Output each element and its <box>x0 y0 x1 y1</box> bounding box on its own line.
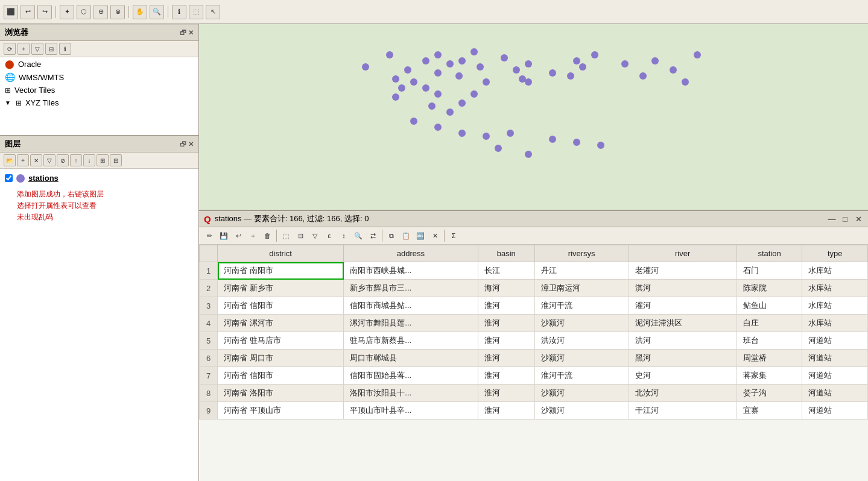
attr-paste-btn[interactable]: 📋 <box>399 229 413 242</box>
cell-station-2[interactable]: 鲇鱼山 <box>737 297 802 315</box>
attr-copy-btn[interactable]: ⧉ <box>385 229 398 242</box>
toolbar-btn-cursor[interactable]: ↖ <box>206 5 220 19</box>
browser-item-xyz-tiles[interactable]: ▼ ⊞ XYZ Tiles <box>0 96 198 109</box>
cell-type-4[interactable]: 河道站 <box>802 332 868 350</box>
browser-add-btn[interactable]: ＋ <box>17 43 30 55</box>
cell-station-6[interactable]: 蒋家集 <box>737 367 802 385</box>
cell-district-3[interactable]: 河南省 漯河市 <box>218 315 344 332</box>
attr-move-selection-btn[interactable]: ↕ <box>337 229 350 242</box>
layers-filter-btn[interactable]: ▽ <box>43 154 55 166</box>
table-row[interactable]: 3河南省 信阳市信阳市商城县鲇...淮河淮河干流灌河鲇鱼山水库站 <box>200 297 868 315</box>
browser-item-wms[interactable]: 🌐 WMS/WMTS <box>0 71 198 84</box>
layers-icon-close[interactable]: ✕ <box>188 140 194 148</box>
browser-item-oracle[interactable]: ⬤ Oracle <box>0 57 198 71</box>
attr-zoom-selected-btn[interactable]: 🔍 <box>352 229 365 242</box>
cell-station-7[interactable]: 娄子沟 <box>737 385 802 402</box>
attr-add-row-btn[interactable]: ＋ <box>246 229 259 242</box>
layers-open-btn[interactable]: 📂 <box>4 154 16 166</box>
cell-station-0[interactable]: 石门 <box>737 262 802 280</box>
attr-filter-btn[interactable]: ▽ <box>308 229 322 242</box>
cell-basin-6[interactable]: 淮河 <box>478 367 534 385</box>
layers-remove-btn[interactable]: ✕ <box>30 154 42 166</box>
cell-river-3[interactable]: 泥河洼滞洪区 <box>629 315 737 332</box>
cell-station-5[interactable]: 周堂桥 <box>737 350 802 367</box>
cell-river-6[interactable]: 史河 <box>629 367 737 385</box>
attr-new-field-btn[interactable]: 🔤 <box>414 229 427 242</box>
cell-river-0[interactable]: 老灌河 <box>629 262 737 280</box>
cell-address-8[interactable]: 平顶山市叶县辛... <box>344 402 478 420</box>
layers-filter2-btn[interactable]: ⊘ <box>57 154 69 166</box>
toolbar-btn-info[interactable]: ℹ <box>172 5 186 19</box>
cell-address-0[interactable]: 南阳市西峡县城... <box>344 262 478 280</box>
cell-station-4[interactable]: 班台 <box>737 332 802 350</box>
attr-table-container[interactable]: district address basin riversys river st… <box>199 245 868 481</box>
cell-district-6[interactable]: 河南省 信阳市 <box>218 367 344 385</box>
cell-type-7[interactable]: 河道站 <box>802 385 868 402</box>
cell-district-1[interactable]: 河南省 新乡市 <box>218 280 344 297</box>
cell-type-8[interactable]: 河道站 <box>802 402 868 420</box>
cell-address-5[interactable]: 周口市郸城县 <box>344 350 478 367</box>
cell-riversys-1[interactable]: 漳卫南运河 <box>534 280 629 297</box>
cell-riversys-2[interactable]: 淮河干流 <box>534 297 629 315</box>
table-row[interactable]: 4河南省 漯河市漯河市舞阳县莲...淮河沙颍河泥河洼滞洪区白庄水库站 <box>200 315 868 332</box>
cell-type-5[interactable]: 河道站 <box>802 350 868 367</box>
toolbar-btn-pan[interactable]: ✋ <box>133 5 147 19</box>
cell-station-3[interactable]: 白庄 <box>737 315 802 332</box>
browser-icon-restore[interactable]: 🗗 <box>180 29 186 37</box>
cell-riversys-7[interactable]: 沙颍河 <box>534 385 629 402</box>
attr-del-field-btn[interactable]: ✕ <box>428 229 442 242</box>
cell-river-7[interactable]: 北汝河 <box>629 385 737 402</box>
cell-type-1[interactable]: 水库站 <box>802 280 868 297</box>
table-row[interactable]: 5河南省 驻马店市驻马店市新蔡县...淮河洪汝河洪河班台河道站 <box>200 332 868 350</box>
layers-icon-restore[interactable]: 🗗 <box>180 140 186 148</box>
attr-minimize-btn[interactable]: — <box>827 214 837 224</box>
attr-undo-btn[interactable]: ↩ <box>232 229 245 242</box>
toolbar-btn-zoom-in[interactable]: 🔍 <box>150 5 164 19</box>
toolbar-btn-5[interactable]: ⬡ <box>77 5 91 19</box>
layers-expand-btn[interactable]: ⊞ <box>97 154 109 166</box>
cell-riversys-6[interactable]: 淮河干流 <box>534 367 629 385</box>
attr-edit-btn[interactable]: ✏ <box>203 229 216 242</box>
cell-riversys-5[interactable]: 沙颍河 <box>534 350 629 367</box>
attr-filter-expr-btn[interactable]: ε <box>323 229 336 242</box>
cell-basin-2[interactable]: 淮河 <box>478 297 534 315</box>
attr-close-btn[interactable]: ✕ <box>854 214 863 224</box>
cell-district-5[interactable]: 河南省 周口市 <box>218 350 344 367</box>
cell-basin-5[interactable]: 淮河 <box>478 350 534 367</box>
cell-address-1[interactable]: 新乡市辉县市三... <box>344 280 478 297</box>
browser-icon-close[interactable]: ✕ <box>188 29 194 37</box>
col-district[interactable]: district <box>218 245 344 262</box>
cell-river-1[interactable]: 淇河 <box>629 280 737 297</box>
table-row[interactable]: 7河南省 信阳市信阳市固始县蒋...淮河淮河干流史河蒋家集河道站 <box>200 367 868 385</box>
cell-district-4[interactable]: 河南省 驻马店市 <box>218 332 344 350</box>
cell-riversys-3[interactable]: 沙颍河 <box>534 315 629 332</box>
cell-basin-8[interactable]: 淮河 <box>478 402 534 420</box>
browser-item-vector-tiles[interactable]: ⊞ Vector Tiles <box>0 84 198 96</box>
cell-river-5[interactable]: 黑河 <box>629 350 737 367</box>
cell-station-1[interactable]: 陈家院 <box>737 280 802 297</box>
cell-type-0[interactable]: 水库站 <box>802 262 868 280</box>
attr-save-btn[interactable]: 💾 <box>217 229 230 242</box>
cell-river-8[interactable]: 干江河 <box>629 402 737 420</box>
col-basin[interactable]: basin <box>478 245 534 262</box>
col-station[interactable]: station <box>737 245 802 262</box>
toolbar-btn-7[interactable]: ⊗ <box>110 5 125 19</box>
attr-stats-btn[interactable]: Σ <box>447 229 460 242</box>
layers-collapse-btn[interactable]: ⊟ <box>110 154 122 166</box>
cell-riversys-4[interactable]: 洪汝河 <box>534 332 629 350</box>
table-row[interactable]: 6河南省 周口市周口市郸城县淮河沙颍河黑河周堂桥河道站 <box>200 350 868 367</box>
cell-type-6[interactable]: 河道站 <box>802 367 868 385</box>
cell-address-4[interactable]: 驻马店市新蔡县... <box>344 332 478 350</box>
cell-river-2[interactable]: 灌河 <box>629 297 737 315</box>
cell-address-7[interactable]: 洛阳市汝阳县十... <box>344 385 478 402</box>
toolbar-btn-6[interactable]: ⊕ <box>93 5 108 19</box>
layer-item-stations[interactable]: stations <box>0 171 198 185</box>
cell-type-3[interactable]: 水库站 <box>802 315 868 332</box>
browser-refresh-btn[interactable]: ⟳ <box>4 43 16 55</box>
table-row[interactable]: 9河南省 平顶山市平顶山市叶县辛...淮河沙颍河干江河宜寨河道站 <box>200 402 868 420</box>
attr-invert-selection-btn[interactable]: ⇄ <box>366 229 379 242</box>
table-row[interactable]: 2河南省 新乡市新乡市辉县市三...海河漳卫南运河淇河陈家院水库站 <box>200 280 868 297</box>
cell-basin-1[interactable]: 海河 <box>478 280 534 297</box>
toolbar-btn-select[interactable]: ⬚ <box>189 5 203 19</box>
cell-basin-0[interactable]: 长江 <box>478 262 534 280</box>
